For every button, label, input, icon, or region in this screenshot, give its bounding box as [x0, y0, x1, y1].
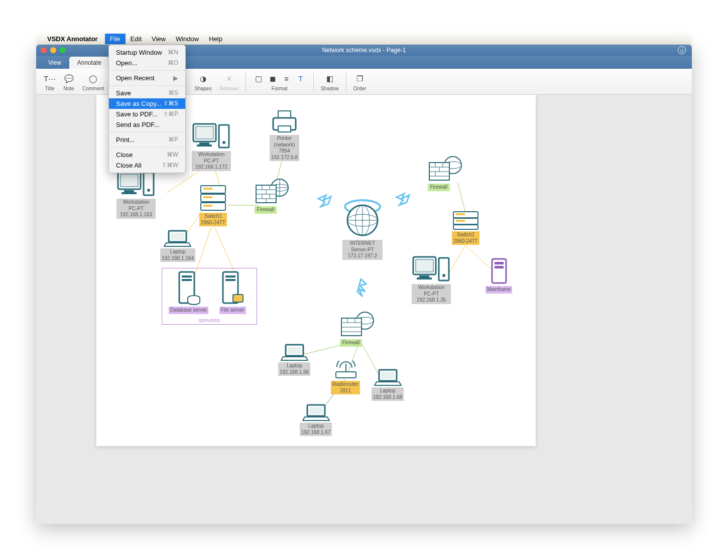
node-switch1[interactable]: Switch12960-24TT	[199, 184, 227, 226]
svg-point-19	[222, 141, 225, 144]
tool-remove[interactable]: ✕Remove	[216, 72, 241, 91]
svg-rect-80	[419, 275, 429, 277]
comment-icon: ◯	[88, 73, 99, 84]
stroke-icon: ◼	[267, 73, 278, 84]
node-mainframe[interactable]: Mainframe	[486, 257, 512, 294]
tool-comment[interactable]: ◯Comment	[79, 72, 107, 91]
menu-view[interactable]: View	[147, 34, 171, 44]
node-printer[interactable]: Printer(network)7954192.172.5.8	[270, 110, 299, 161]
node-dbserver[interactable]: Database server	[169, 270, 208, 314]
laptop-icon	[281, 343, 308, 361]
svg-rect-102	[309, 407, 323, 414]
menu-startup-window[interactable]: Startup Window⌘N	[109, 47, 185, 58]
menu-edit[interactable]: Edit	[126, 34, 147, 44]
laptop-icon	[374, 368, 402, 386]
svg-rect-54	[171, 233, 184, 240]
shadow-icon: ◧	[324, 73, 335, 84]
shapes-icon: ◑	[197, 73, 208, 84]
svg-rect-17	[197, 145, 212, 147]
menu-window[interactable]: Window	[171, 34, 204, 44]
traffic-lights	[41, 47, 66, 53]
svg-rect-77	[456, 220, 465, 222]
svg-rect-75	[453, 225, 478, 229]
node-workstation3[interactable]: WorkstationPC-PT192.168.1.35	[412, 255, 451, 304]
menu-send-as-pdf[interactable]: Send as PDF...	[109, 119, 185, 130]
svg-point-28	[147, 189, 150, 192]
lightning-icon	[394, 191, 414, 208]
node-firewall3[interactable]: Firewall	[340, 311, 375, 347]
svg-rect-79	[416, 259, 433, 272]
close-icon[interactable]	[41, 47, 47, 53]
node-radiorouter[interactable]: Radiorouter2811	[331, 361, 360, 394]
svg-rect-60	[225, 275, 235, 277]
node-internet[interactable]: INTERNETServer-PT172.17.197.2	[342, 198, 383, 260]
node-fileserver[interactable]: File server	[219, 270, 246, 314]
menu-save-as-copy[interactable]: Save as Copy...⇧⌘S	[109, 98, 185, 109]
minimize-icon[interactable]	[50, 47, 56, 53]
svg-rect-26	[122, 192, 137, 194]
printer-icon	[271, 110, 298, 134]
svg-rect-22	[278, 126, 291, 132]
menu-open[interactable]: Open...⌘O	[109, 58, 185, 68]
svg-rect-62	[233, 295, 243, 302]
svg-rect-100	[381, 372, 395, 379]
tool-order[interactable]: ❐Order	[350, 72, 370, 91]
node-laptop1[interactable]: Laptop192.168.1.164	[160, 229, 195, 262]
svg-rect-33	[203, 196, 212, 198]
divider	[346, 73, 346, 91]
window-title: Network scheme.vsdx - Page-1	[322, 47, 406, 54]
menu-save[interactable]: Save⌘S	[109, 88, 185, 98]
feedback-icon[interactable]: ☺	[678, 46, 686, 54]
menu-open-recent[interactable]: Open Recent▶	[109, 73, 185, 83]
svg-rect-15	[196, 126, 213, 139]
switch-icon	[199, 184, 227, 212]
fill-icon: ▢	[253, 73, 264, 84]
svg-rect-34	[203, 205, 212, 207]
tab-view[interactable]: View	[40, 57, 69, 69]
node-laptop2[interactable]: Laptop192.168.1.66	[278, 343, 310, 376]
zoom-icon[interactable]	[60, 47, 66, 53]
svg-rect-18	[219, 125, 229, 148]
svg-rect-98	[336, 372, 356, 378]
file-menu-dropdown: Startup Window⌘N Open...⌘O Open Recent▶ …	[108, 45, 186, 173]
node-laptop3[interactable]: Laptop192.168.1.67	[300, 403, 332, 436]
svg-rect-81	[417, 277, 432, 279]
menu-save-to-pdf[interactable]: Save to PDF...⇧⌘P	[109, 109, 185, 119]
menu-print[interactable]: Print...⌘P	[109, 134, 185, 145]
tab-annotate[interactable]: Annotate	[69, 57, 109, 69]
svg-rect-61	[225, 279, 235, 281]
svg-rect-20	[278, 111, 291, 118]
title-icon: T⋯	[44, 73, 55, 84]
tool-shadow[interactable]: ◧Shadow	[318, 72, 342, 91]
lightning-icon	[355, 276, 370, 301]
server-icon	[220, 270, 245, 306]
menu-help[interactable]: Help	[204, 34, 227, 44]
node-workstation1[interactable]: WorkstationPC-PT192.168.1.172	[192, 122, 231, 171]
tool-format[interactable]: ▢◼≡TFormat	[250, 72, 309, 91]
server-icon	[176, 270, 201, 306]
note-icon: 💬	[63, 73, 74, 84]
node-laptop4[interactable]: Laptop192.168.1.68	[372, 368, 404, 401]
node-switch2[interactable]: Switch22960-24TT	[452, 210, 479, 245]
svg-rect-57	[182, 279, 192, 281]
menu-close-all[interactable]: Close All⇧⌘W	[109, 160, 185, 171]
lightning-icon	[316, 193, 336, 210]
node-firewall1[interactable]: Firewall	[255, 178, 290, 214]
mainframe-icon	[490, 257, 508, 285]
menu-file[interactable]: File	[105, 34, 126, 44]
laptop-icon	[302, 403, 330, 422]
globe-icon	[342, 198, 383, 239]
svg-rect-86	[495, 266, 504, 268]
tool-note[interactable]: 💬Note	[60, 72, 77, 91]
menu-close[interactable]: Close⌘W	[109, 150, 185, 160]
svg-rect-96	[288, 347, 301, 354]
app-name[interactable]: VSDX Annotator	[47, 35, 98, 43]
mac-menubar: VSDX Annotator File Edit View Window Hel…	[36, 33, 692, 45]
node-workstation2[interactable]: WorkstationPC-PT192.168.1.163	[116, 170, 156, 219]
firewall-icon	[255, 178, 290, 205]
firewall-icon	[340, 311, 375, 338]
tool-shapes[interactable]: ◑Shapes	[191, 72, 214, 91]
tool-title[interactable]: T⋯Title	[41, 72, 58, 91]
node-firewall2[interactable]: Firewall	[428, 155, 463, 191]
order-icon: ❐	[354, 73, 366, 84]
